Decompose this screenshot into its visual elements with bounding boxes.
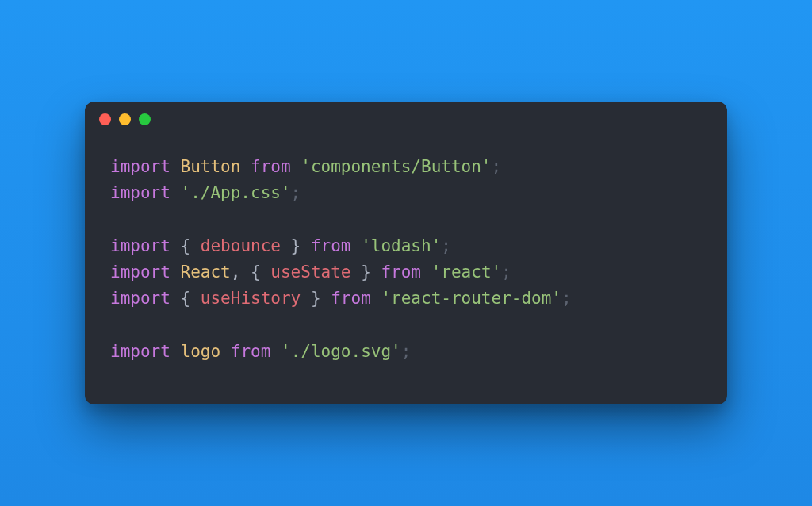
keyword-import: import [110, 342, 170, 361]
brace-open: { [251, 263, 270, 282]
named-import: debounce [201, 236, 281, 255]
default-import-name: Button [181, 157, 241, 176]
minimize-icon[interactable] [119, 113, 131, 125]
code-line-2: import './App.css'; [110, 183, 301, 202]
code-line-1: import Button from 'components/Button'; [110, 157, 501, 176]
keyword-import: import [110, 263, 170, 282]
code-line-8: import logo from './logo.svg'; [110, 342, 411, 361]
keyword-from: from [311, 236, 351, 255]
code-line-5: import React, { useState } from 'react'; [110, 263, 511, 282]
keyword-import: import [110, 157, 170, 176]
window-titlebar [85, 102, 727, 136]
keyword-import: import [110, 289, 170, 308]
maximize-icon[interactable] [139, 113, 151, 125]
close-icon[interactable] [99, 113, 111, 125]
brace-open: { [181, 289, 201, 308]
code-editor-window: import Button from 'components/Button'; … [85, 102, 727, 404]
string-literal: 'components/Button' [301, 157, 491, 176]
semicolon: ; [441, 236, 451, 255]
named-import: useHistory [201, 289, 301, 308]
code-content[interactable]: import Button from 'components/Button'; … [85, 136, 727, 404]
semicolon: ; [291, 183, 301, 202]
string-literal: './logo.svg' [281, 342, 401, 361]
brace-close: } [350, 263, 370, 282]
code-line-4: import { debounce } from 'lodash'; [110, 236, 451, 255]
keyword-import: import [110, 236, 170, 255]
named-import: useState [270, 263, 350, 282]
semicolon: ; [491, 157, 501, 176]
keyword-from: from [381, 263, 421, 282]
string-literal: 'react' [431, 263, 502, 282]
default-import-name: React [181, 263, 231, 282]
code-line-6: import { useHistory } from 'react-router… [110, 289, 572, 308]
default-import-name: logo [181, 342, 221, 361]
brace-close: } [301, 289, 320, 308]
keyword-from: from [331, 289, 371, 308]
brace-open: { [181, 236, 201, 255]
brace-close: } [281, 236, 301, 255]
comma: , [231, 263, 251, 282]
semicolon: ; [501, 263, 511, 282]
keyword-from: from [231, 342, 271, 361]
string-literal: './App.css' [181, 183, 291, 202]
string-literal: 'react-router-dom' [381, 289, 561, 308]
keyword-import: import [110, 183, 170, 202]
semicolon: ; [401, 342, 412, 361]
semicolon: ; [561, 289, 572, 308]
string-literal: 'lodash' [361, 236, 441, 255]
keyword-from: from [251, 157, 291, 176]
